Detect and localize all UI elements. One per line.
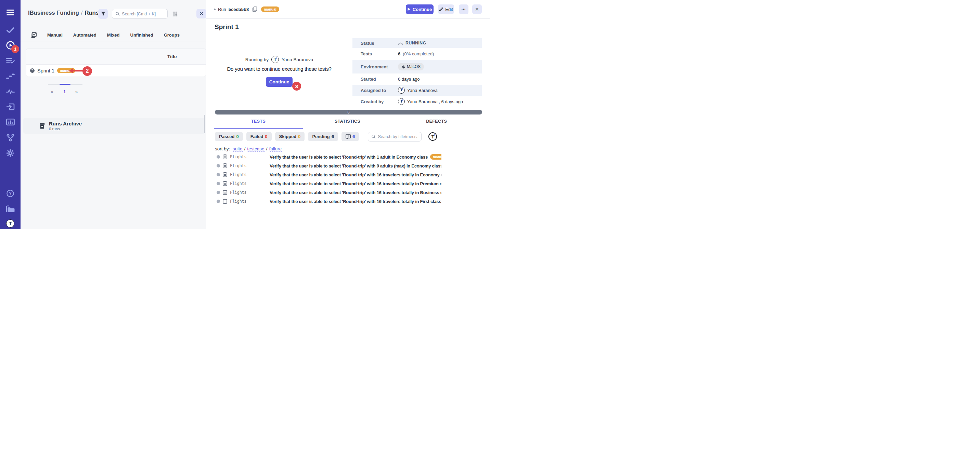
tab-manual[interactable]: Manual <box>47 32 63 38</box>
progress-count: 6 <box>348 110 350 114</box>
close-detail-button[interactable]: ✕ <box>472 5 482 14</box>
creator-avatar: T <box>398 98 405 105</box>
filter-pending[interactable]: Pending6 <box>308 132 338 141</box>
milestones-steps-icon[interactable] <box>0 73 21 79</box>
tab-defects[interactable]: DEFECTS <box>392 119 481 129</box>
search-icon <box>372 134 375 139</box>
edit-button[interactable]: Edit <box>438 5 454 14</box>
filter-skipped[interactable]: Skipped0 <box>275 132 305 141</box>
running-by-line: Running by T Yana Baranova <box>206 56 352 63</box>
tests-completed: (0% completed) <box>403 51 434 56</box>
archive-title: Runs Archive <box>49 120 82 127</box>
test-row[interactable]: Flights Verify that the user is able to … <box>215 180 441 187</box>
settings-gear-icon[interactable] <box>0 149 21 157</box>
annotation-3: 3 <box>292 82 301 90</box>
filter-comments[interactable]: 6 <box>342 132 359 141</box>
breadcrumb-page: Runs <box>84 10 99 16</box>
funnel-icon <box>101 12 105 16</box>
pagination-prev[interactable]: « <box>51 89 53 94</box>
assignee-name: Yana Baranova <box>407 88 438 93</box>
suite-name[interactable]: Flights <box>230 154 247 159</box>
runs-search[interactable] <box>112 9 168 19</box>
copy-icon[interactable] <box>252 6 257 12</box>
test-row[interactable]: Flights Verify that the user is able to … <box>215 189 441 196</box>
runs-search-input[interactable] <box>122 12 164 16</box>
menu-icon[interactable] <box>0 9 21 16</box>
created-row: Created by T Yana Baranova , 6 days ago <box>352 96 482 107</box>
runs-panel: IBusiness Funding/Runs ✕ Manual Automate… <box>21 0 206 229</box>
runs-archive[interactable]: Runs Archive 0 runs <box>23 118 205 134</box>
filter-failed[interactable]: Failed0 <box>247 132 272 141</box>
pending-status-icon <box>216 173 220 176</box>
gear-mini-icon <box>401 65 405 69</box>
runner-name: Yana Baranova <box>282 57 313 62</box>
suite-name[interactable]: Flights <box>230 172 247 177</box>
testcase-icon <box>223 181 227 187</box>
environment-badge[interactable]: MacOS <box>398 63 424 70</box>
tab-automated[interactable]: Automated <box>73 32 97 38</box>
test-row[interactable]: Flights Verify that the user is able to … <box>215 153 441 161</box>
close-panel-button[interactable]: ✕ <box>196 9 206 19</box>
tests-search[interactable] <box>368 132 422 141</box>
continue-center-button[interactable]: Continue <box>266 77 293 87</box>
left-panel-scrollbar[interactable] <box>204 115 205 133</box>
test-row[interactable]: Flights Verify that the user is able to … <box>215 162 441 170</box>
test-title[interactable]: Verify that the user is able to select '… <box>270 154 428 160</box>
archive-icon <box>40 123 45 129</box>
select-all-icon[interactable] <box>31 32 37 38</box>
reports-bar-chart-icon[interactable] <box>0 119 21 125</box>
test-title[interactable]: Verify that the user is able to select '… <box>270 163 441 168</box>
creator-name: Yana Baranova , 6 days ago <box>407 99 463 104</box>
started-value: 6 days ago <box>398 76 420 82</box>
sort-by-testcase[interactable]: testcase <box>247 146 264 152</box>
tab-statistics[interactable]: STATISTICS <box>303 119 392 129</box>
test-plans-icon[interactable] <box>0 58 21 64</box>
user-avatar[interactable]: T <box>0 219 21 228</box>
run-status-icon <box>30 68 35 73</box>
run-detail-title: Sprint 1 <box>215 23 239 31</box>
continue-button[interactable]: Continue <box>406 5 434 14</box>
test-title[interactable]: Verify that the user is able to select '… <box>270 190 441 195</box>
sort-controls: sort by: suite/testcase/failure <box>215 146 282 151</box>
test-row[interactable]: Flights Verify that the user is able to … <box>215 171 441 178</box>
sort-by-suite[interactable]: suite <box>233 146 243 152</box>
pending-status-icon <box>216 164 220 168</box>
tab-unfinished[interactable]: Unfinished <box>130 32 153 38</box>
suite-name[interactable]: Flights <box>230 199 247 204</box>
test-title[interactable]: Verify that the user is able to select '… <box>270 172 441 177</box>
import-icon[interactable] <box>0 103 21 110</box>
test-row[interactable]: Flights Verify that the user is able to … <box>215 198 441 205</box>
run-name[interactable]: Sprint 1 <box>37 68 54 73</box>
pagination-next[interactable]: » <box>75 89 78 94</box>
assigned-row: Assigned to T Yana Baranova <box>352 85 482 96</box>
detail-tabs: TESTS STATISTICS DEFECTS <box>214 119 481 129</box>
run-row-sprint1[interactable]: Sprint 1 manual <box>26 65 206 76</box>
tests-check-icon[interactable] <box>0 27 21 33</box>
filter-button[interactable] <box>98 9 108 19</box>
more-button[interactable]: ••• <box>459 5 468 14</box>
sidebar: 1 ? T <box>0 0 21 229</box>
tests-row: Tests 6(0% completed) <box>352 48 482 60</box>
suite-name[interactable]: Flights <box>230 163 247 168</box>
sort-by-failure[interactable]: failure <box>269 146 282 152</box>
tab-groups[interactable]: Groups <box>164 32 180 38</box>
adjustments-icon[interactable] <box>172 11 178 18</box>
breadcrumb-project[interactable]: IBusiness Funding <box>28 10 79 16</box>
test-title[interactable]: Verify that the user is able to select '… <box>270 199 441 204</box>
filter-passed[interactable]: Passed0 <box>215 132 243 141</box>
projects-folder-icon[interactable] <box>0 205 21 212</box>
tab-mixed[interactable]: Mixed <box>107 32 120 38</box>
runs-table-header: Title <box>26 49 206 65</box>
tests-search-input[interactable] <box>378 134 418 139</box>
pagination-page-1[interactable]: 1 <box>63 89 66 94</box>
test-title[interactable]: Verify that the user is able to select '… <box>270 181 441 186</box>
pencil-icon <box>439 7 443 11</box>
help-icon[interactable]: ? <box>0 190 21 197</box>
suite-name[interactable]: Flights <box>230 190 247 195</box>
run-id: 5ceda5b8 <box>229 7 249 12</box>
filter-user-avatar[interactable]: T <box>428 132 437 141</box>
branches-git-icon[interactable] <box>0 134 21 141</box>
analytics-pulse-icon[interactable] <box>0 89 21 94</box>
tab-tests[interactable]: TESTS <box>214 119 303 129</box>
suite-name[interactable]: Flights <box>230 181 247 186</box>
